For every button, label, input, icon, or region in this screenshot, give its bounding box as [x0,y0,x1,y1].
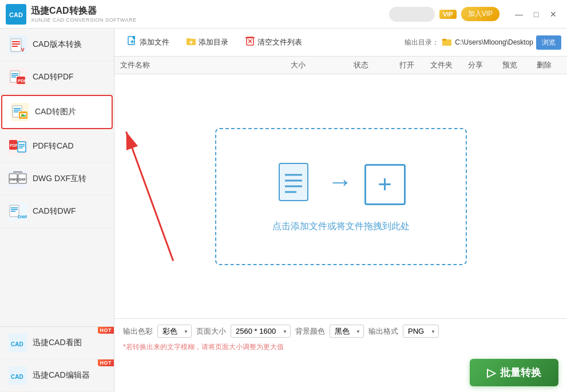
sidebar-item-cad-version[interactable]: v CAD版本转换 [0,29,114,61]
add-dir-icon [186,36,196,49]
drop-zone-icons: → + [276,161,406,209]
bottom-options-row: 输出色彩 彩色 页面大小 2560 * 1600 背景颜色 黑色 [114,319,567,340]
col-share: 分享 [458,60,493,70]
logo-icon: CAD [6,4,26,25]
folder-icon [442,37,452,49]
sidebar-item-dwg-dxf-label: DWG DXF互转 [33,174,86,184]
svg-rect-30 [19,147,23,149]
svg-rect-38 [11,207,18,209]
page-size-select[interactable]: 2560 * 1600 [231,325,291,338]
document-icon [276,161,316,209]
title-bar: CAD 迅捷CAD转换器 XUNJIE CAD CONVERSION SOFTW… [0,0,567,29]
page-size-label: 页面大小 [196,326,226,337]
cad-version-icon: v [9,35,27,54]
convert-label: 批量转换 [500,366,541,379]
sidebar-item-pdf-cad[interactable]: PDF PDF转CAD [0,130,114,163]
drop-area: → + 点击添加文件或将文件拖拽到此处 [114,74,567,318]
arrow-right-icon: → [328,169,353,200]
color-label: 输出色彩 [123,326,153,337]
vip-avatar [389,7,435,22]
sidebar-item-cad-image[interactable]: CAD转图片 [1,95,113,129]
col-filename: 文件名称 [120,60,264,70]
svg-point-23 [21,114,23,115]
sidebar-item-pdf-cad-label: PDF转CAD [33,141,74,151]
add-file-label: 添加文件 [140,37,169,47]
col-delete: 删除 [527,60,561,70]
svg-line-62 [126,132,173,261]
drop-label: 点击添加文件或将文件拖拽到此处 [272,221,410,233]
drop-zone[interactable]: → + 点击添加文件或将文件拖拽到此处 [215,128,467,265]
plus-box: + [364,164,406,205]
svg-text:DXF: DXF [19,178,26,181]
maximize-button[interactable]: □ [528,6,544,22]
col-status: 状态 [332,60,390,70]
vip-badge: VIP [439,10,457,19]
svg-rect-19 [14,111,18,113]
pdf-cad-icon: PDF [9,137,27,155]
svg-rect-27 [18,142,26,152]
clear-list-button[interactable]: 清空文件列表 [238,33,309,51]
sidebar-item-cad-dwf-label: CAD转DWF [33,206,76,217]
svg-rect-52 [187,38,191,40]
close-button[interactable]: ✕ [545,6,561,22]
svg-text:v: v [21,46,25,53]
bottom-combined: 输出色彩 彩色 页面大小 2560 * 1600 背景颜色 黑色 [114,318,567,392]
clear-list-icon [245,36,255,49]
color-select[interactable]: 彩色 [157,325,192,338]
svg-rect-58 [245,37,255,38]
svg-rect-10 [11,73,18,74]
window-controls: — □ ✕ [511,6,561,22]
svg-rect-17 [14,108,21,109]
col-open: 打开 [390,60,424,70]
main-layout: v CAD版本转换 PDF CAD转PDF [0,29,567,392]
col-preview: 预览 [493,60,527,70]
svg-rect-6 [12,46,18,47]
vip-area: VIP 加入VIP [389,7,499,22]
cad-viewer-icon: CAD [9,334,27,352]
sidebar-item-dwg-dxf[interactable]: DWG DXF DWG DXF互转 [0,163,114,195]
output-dir-area: 输出目录： C:\Users\Mloong\Desktop 浏览 [405,35,561,50]
svg-text:CAD: CAD [11,374,23,380]
sidebar-item-cad-image-label: CAD转图片 [35,107,76,117]
page-size-select-container[interactable]: 2560 * 1600 [231,325,291,338]
svg-rect-39 [11,209,18,210]
content-area: 添加文件 添加目录 [114,29,567,392]
convert-button[interactable]: ▷ 批量转换 [470,359,558,386]
bg-color-select-container[interactable]: 黑色 [330,325,364,338]
svg-text:CAD: CAD [9,11,23,18]
svg-text:DWF: DWF [18,214,27,219]
clear-list-label: 清空文件列表 [257,37,302,47]
add-file-button[interactable]: 添加文件 [120,33,176,51]
app-title-group: 迅捷CAD转换器 XUNJIE CAD CONVERSION SOFTWARE [31,5,137,23]
join-vip-button[interactable]: 加入VIP [461,7,499,21]
cad-pdf-icon: PDF [9,68,27,86]
svg-rect-40 [11,211,15,212]
col-size: 大小 [264,60,332,70]
output-dir-label: 输出目录： [405,38,439,47]
browse-button[interactable]: 浏览 [536,35,561,50]
sidebar-item-cad-dwf[interactable]: DWF CAD转DWF [0,195,114,228]
cad-editor-icon: CAD [9,366,27,385]
output-format-select[interactable]: PNG [403,325,439,338]
add-dir-button[interactable]: 添加目录 [179,33,235,51]
sidebar-item-cad-pdf-label: CAD转PDF [33,72,74,82]
sidebar-item-cad-viewer[interactable]: CAD 迅捷CAD看图 HOT [0,327,114,359]
svg-rect-4 [12,41,20,42]
svg-rect-3 [11,39,21,51]
svg-rect-12 [11,77,16,78]
col-folder: 文件夹 [424,60,458,70]
output-format-select-container[interactable]: PNG [403,325,439,338]
cad-image-icon [11,103,29,121]
output-format-label: 输出格式 [368,326,398,337]
svg-rect-5 [12,43,20,45]
svg-rect-29 [19,146,25,147]
sidebar-item-cad-editor[interactable]: CAD 迅捷CAD编辑器 HOT [0,359,114,392]
svg-rect-60 [442,39,446,41]
sidebar: v CAD版本转换 PDF CAD转PDF [0,29,114,392]
minimize-button[interactable]: — [511,6,527,22]
color-select-container[interactable]: 彩色 [157,325,192,338]
svg-text:PDF: PDF [10,143,18,147]
sidebar-item-cad-pdf[interactable]: PDF CAD转PDF [0,61,114,94]
bg-color-select[interactable]: 黑色 [330,325,364,338]
svg-rect-50 [133,36,135,39]
